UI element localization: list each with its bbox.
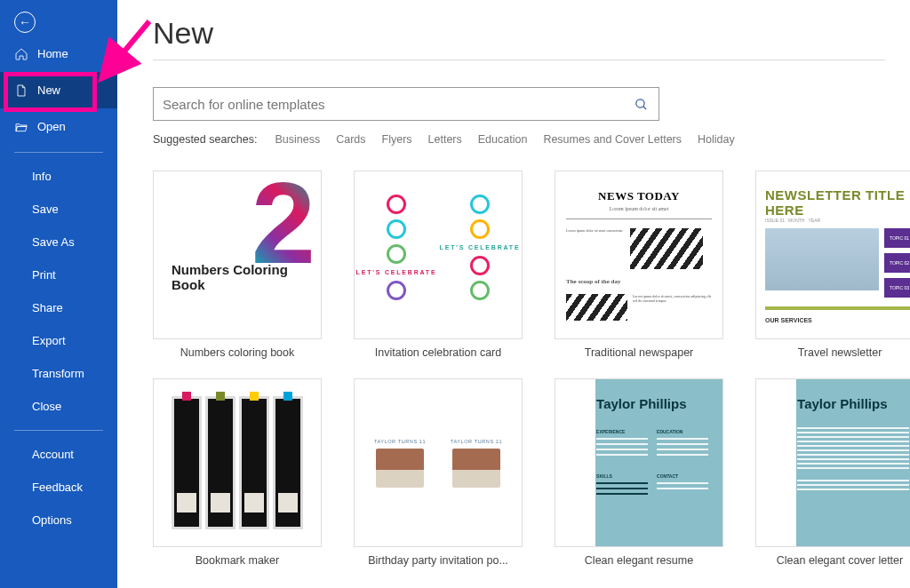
suggested-link-education[interactable]: Education — [478, 133, 528, 146]
svg-line-2 — [643, 106, 645, 108]
page-title: New — [153, 16, 885, 51]
template-thumbnail: NEWSLETTER TITLE HERE ISSUE 01 MONTH YEA… — [755, 171, 910, 339]
nav-new-label: New — [37, 83, 60, 97]
nav-home[interactable]: Home — [0, 36, 117, 72]
nav-account[interactable]: Account — [0, 438, 117, 471]
thumb-text-right: LET'S CELEBRATE — [440, 244, 521, 250]
thumb-text: Numbers Coloring Book — [172, 262, 303, 293]
nav-close[interactable]: Close — [0, 390, 117, 423]
nav-separator-2 — [14, 430, 103, 431]
template-caption: Birthday party invitation po... — [354, 554, 523, 567]
thumb-name: Taylor Phillips — [596, 397, 708, 411]
suggested-link-resumes[interactable]: Resumes and Cover Letters — [543, 133, 682, 146]
template-thumbnail — [153, 378, 322, 547]
nav-save-as[interactable]: Save As — [0, 226, 117, 258]
template-thumbnail: NEWS TODAY Lorem ipsum dolor sit amet Lo… — [555, 171, 723, 339]
svg-point-1 — [635, 99, 643, 107]
template-travel-newsletter[interactable]: NEWSLETTER TITLE HERE ISSUE 01 MONTH YEA… — [755, 171, 910, 359]
template-bookmark-maker[interactable]: Bookmark maker — [153, 378, 322, 567]
nav-export[interactable]: Export — [0, 324, 117, 357]
topic-chip: TOPIC 02 — [884, 253, 910, 273]
template-thumbnail: LET'S CELEBRATE LET'S CELEBRATE — [354, 171, 523, 339]
template-caption: Numbers coloring book — [153, 346, 322, 359]
template-thumbnail: Taylor Phillips — [755, 378, 910, 547]
template-grid: 2 Numbers Coloring Book Numbers coloring… — [153, 171, 885, 567]
nav-open-label: Open — [37, 120, 66, 133]
template-numbers-coloring-book[interactable]: 2 Numbers Coloring Book Numbers coloring… — [153, 171, 322, 359]
suggested-link-business[interactable]: Business — [275, 133, 320, 146]
topic-chip: TOPIC 01 — [884, 228, 910, 248]
decorative-number-2: 2 — [251, 177, 315, 269]
nav-save[interactable]: Save — [0, 193, 117, 226]
suggested-label: Suggested searches: — [153, 133, 257, 146]
search-button[interactable] — [623, 88, 659, 120]
suggested-link-holiday[interactable]: Holiday — [698, 133, 735, 146]
suggested-link-letters[interactable]: Letters — [428, 133, 462, 146]
nav-transform[interactable]: Transform — [0, 357, 117, 390]
nav-share[interactable]: Share — [0, 291, 117, 324]
title-divider — [153, 60, 885, 60]
folder-open-icon — [14, 120, 28, 134]
nav-options[interactable]: Options — [0, 504, 117, 536]
template-thumbnail: Taylor Phillips EXPERIENCE EDUCATION SKI… — [555, 378, 723, 547]
nav-print[interactable]: Print — [0, 258, 117, 291]
document-icon — [14, 83, 28, 98]
template-caption: Invitation celebration card — [354, 346, 523, 359]
template-traditional-newspaper[interactable]: NEWS TODAY Lorem ipsum dolor sit amet Lo… — [555, 171, 723, 359]
home-icon — [14, 47, 28, 61]
template-caption: Clean elegant resume — [555, 554, 723, 567]
thumb-headline: NEWS TODAY — [566, 189, 712, 203]
thumb-text: TAYLOR TURNS 11 — [451, 439, 502, 444]
topic-chip: TOPIC 03 — [884, 278, 910, 298]
main-area: New Suggested searches: Business Cards F… — [117, 0, 910, 588]
thumb-services-heading: OUR SERVICES — [765, 317, 910, 323]
thumb-text-left: LET'S CELEBRATE — [356, 269, 437, 275]
back-button[interactable]: ← — [0, 9, 117, 36]
thumb-text: TAYLOR TURNS 11 — [374, 439, 426, 444]
template-caption: Traditional newspaper — [555, 346, 723, 359]
template-invitation-celebration-card[interactable]: LET'S CELEBRATE LET'S CELEBRATE Invitati… — [354, 171, 523, 359]
template-birthday-party-invitation[interactable]: TAYLOR TURNS 11 TAYLOR TURNS 11 Birthday… — [354, 378, 523, 567]
search-icon — [634, 97, 649, 112]
template-clean-elegant-resume[interactable]: Taylor Phillips EXPERIENCE EDUCATION SKI… — [555, 378, 723, 567]
suggested-searches: Suggested searches: Business Cards Flyer… — [153, 133, 885, 146]
nav-separator-1 — [14, 152, 103, 153]
thumb-title: NEWSLETTER TITLE HERE — [765, 187, 910, 218]
template-thumbnail: 2 Numbers Coloring Book — [153, 171, 322, 339]
thumb-name: Taylor Phillips — [797, 397, 909, 411]
suggested-link-flyers[interactable]: Flyers — [382, 133, 412, 146]
back-arrow-icon: ← — [14, 12, 36, 33]
template-caption: Clean elegant cover letter — [755, 554, 910, 567]
thumb-subheadline: The scoop of the day — [566, 278, 712, 286]
template-caption: Travel newsletter — [755, 346, 910, 359]
template-thumbnail: TAYLOR TURNS 11 TAYLOR TURNS 11 — [354, 378, 523, 547]
template-clean-elegant-cover-letter[interactable]: Taylor Phillips Clean elegant cover lett… — [755, 378, 910, 567]
nav-home-label: Home — [37, 47, 68, 60]
backstage-sidebar: ← Home New Open Info Save Save As Print … — [0, 0, 117, 588]
nav-info[interactable]: Info — [0, 160, 117, 193]
suggested-link-cards[interactable]: Cards — [336, 133, 365, 146]
template-caption: Bookmark maker — [153, 554, 322, 567]
nav-open[interactable]: Open — [0, 108, 117, 145]
search-input[interactable] — [154, 88, 623, 120]
nav-feedback[interactable]: Feedback — [0, 471, 117, 504]
template-search — [153, 87, 659, 121]
nav-new[interactable]: New — [0, 72, 117, 108]
